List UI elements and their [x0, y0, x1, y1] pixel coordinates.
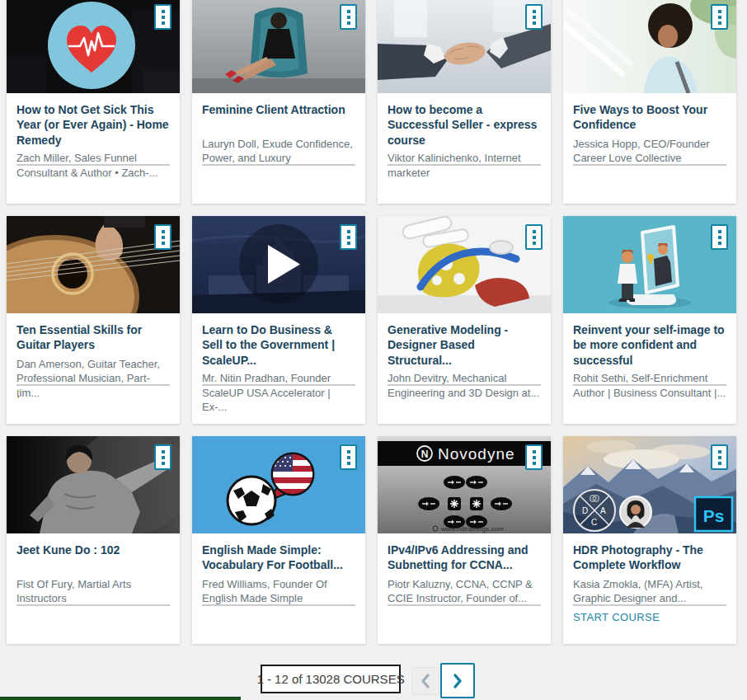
kebab-dot-icon — [162, 450, 165, 453]
photoshop-logo-icon: Ps — [695, 497, 732, 531]
kebab-menu-button[interactable] — [525, 224, 543, 250]
card-divider — [16, 604, 170, 606]
course-card[interactable]: Ten Essential Skills for Guitar Players … — [7, 216, 180, 424]
kebab-dot-icon — [347, 242, 350, 245]
chevron-right-icon — [452, 673, 463, 689]
course-thumbnail[interactable] — [378, 216, 551, 313]
kebab-dot-icon — [162, 242, 165, 245]
card-divider — [202, 164, 355, 166]
kebab-menu-button[interactable] — [340, 444, 357, 470]
course-title[interactable]: Ten Essential Skills for Guitar Players — [16, 322, 170, 354]
course-catalog-page: How to Not Get Sick This Year (or Ever A… — [0, 0, 747, 700]
kebab-menu-button[interactable] — [525, 4, 543, 30]
course-thumbnail[interactable] — [192, 0, 365, 93]
course-title[interactable]: Learn to Do Business & Sell to the Gover… — [202, 322, 355, 368]
course-title[interactable]: Reinvent your self-image to be more conf… — [573, 322, 726, 368]
course-card[interactable]: Jeet Kune Do : 102 Fist Of Fury, Martial… — [7, 436, 180, 644]
kebab-menu-button[interactable] — [525, 444, 543, 470]
svg-text:D: D — [582, 506, 588, 515]
kebab-dot-icon — [347, 462, 350, 465]
kebab-dot-icon — [162, 10, 165, 13]
course-card[interactable]: Reinvent your self-image to be more conf… — [563, 216, 736, 424]
course-title[interactable]: English Made Simple: Vocabulary For Foot… — [202, 543, 355, 574]
kebab-dot-icon — [162, 456, 165, 459]
pagination-bar: 1 - 12 of 13028 COURSES — [0, 660, 747, 700]
novodyne-logo-n: N — [421, 449, 429, 460]
instructor-avatar — [620, 496, 651, 528]
kebab-dot-icon — [347, 10, 350, 13]
kebab-dot-icon — [718, 21, 721, 25]
course-card[interactable]: Learn to Do Business & Sell to the Gover… — [192, 216, 365, 424]
course-thumbnail[interactable] — [563, 216, 736, 313]
course-instructor: Piotr Kaluzny, CCNA, CCNP & CCIE Instruc… — [388, 577, 541, 606]
kebab-dot-icon — [533, 462, 536, 465]
course-thumbnail[interactable] — [7, 436, 180, 533]
card-divider — [573, 384, 726, 386]
course-thumbnail[interactable]: D A C Ps — [563, 436, 736, 533]
svg-text:Ps: Ps — [703, 506, 725, 525]
course-grid: How to Not Get Sick This Year (or Ever A… — [7, 0, 736, 644]
kebab-dot-icon — [533, 21, 536, 25]
kebab-menu-button[interactable] — [340, 224, 357, 250]
course-instructor: Kasia Zmokla, (MFA) Artist, Graphic Desi… — [573, 577, 726, 606]
course-card[interactable]: How to Not Get Sick This Year (or Ever A… — [7, 0, 180, 204]
kebab-dot-icon — [533, 456, 536, 459]
course-card[interactable]: D A C Ps — [563, 436, 736, 644]
course-title[interactable]: Jeet Kune Do : 102 — [16, 543, 170, 574]
kebab-menu-button[interactable] — [154, 224, 171, 250]
novodyne-brand-text: Novodyne — [438, 445, 515, 463]
course-card[interactable]: English Made Simple: Vocabulary For Foot… — [192, 436, 365, 644]
course-card[interactable]: Five Ways to Boost Your Confidence Jessi… — [563, 0, 736, 204]
svg-text:A: A — [600, 506, 606, 515]
course-instructor: Mr. Nitin Pradhan, Founder ScaleUP USA A… — [202, 371, 355, 414]
kebab-dot-icon — [718, 450, 721, 453]
course-instructor: Dan Amerson, Guitar Teacher, Professiona… — [16, 357, 170, 400]
start-course-link[interactable]: START COURSE — [573, 611, 660, 623]
course-card[interactable]: N Novodyne www.ndtrainings.com IPv4/IPv6… — [378, 436, 551, 644]
kebab-dot-icon — [718, 230, 721, 233]
course-card[interactable]: Generative Modeling - Designer Based Str… — [378, 216, 551, 424]
course-title[interactable]: Five Ways to Boost Your Confidence — [573, 102, 726, 134]
card-divider — [202, 604, 355, 606]
course-card[interactable]: How to become a Successful Seller - expr… — [378, 0, 551, 204]
kebab-menu-button[interactable] — [154, 4, 171, 30]
next-page-button[interactable] — [440, 663, 475, 698]
pagination-range: 1 - 12 of 13028 COURSES — [261, 665, 401, 693]
kebab-dot-icon — [718, 242, 721, 245]
course-thumbnail[interactable] — [192, 216, 365, 313]
kebab-dot-icon — [533, 230, 536, 233]
course-thumbnail[interactable] — [7, 0, 180, 93]
kebab-dot-icon — [347, 21, 350, 25]
kebab-menu-button[interactable] — [340, 4, 357, 30]
kebab-menu-button[interactable] — [711, 444, 728, 470]
kebab-dot-icon — [162, 230, 165, 233]
kebab-dot-icon — [718, 10, 721, 13]
course-instructor: Jessica Hopp, CEO/Founder Career Love Co… — [573, 137, 726, 166]
card-divider — [16, 164, 170, 166]
course-thumbnail[interactable] — [192, 436, 365, 533]
course-card[interactable]: Feminine Client Attraction Lauryn Doll, … — [192, 0, 365, 204]
card-divider — [16, 384, 170, 386]
course-thumbnail[interactable] — [378, 0, 551, 93]
course-thumbnail[interactable]: N Novodyne www.ndtrainings.com — [378, 436, 551, 533]
course-title[interactable]: How to Not Get Sick This Year (or Ever A… — [16, 102, 170, 148]
novodyne-url-text: www.ndtrainings.com — [440, 525, 504, 533]
course-thumbnail[interactable] — [7, 216, 180, 313]
kebab-menu-button[interactable] — [154, 444, 171, 470]
course-title[interactable]: Feminine Client Attraction — [202, 102, 355, 134]
rating-artifact — [17, 391, 19, 399]
course-title[interactable]: Generative Modeling - Designer Based Str… — [388, 322, 541, 368]
kebab-dot-icon — [718, 456, 721, 459]
course-title[interactable]: How to become a Successful Seller - expr… — [388, 102, 541, 148]
course-thumbnail[interactable] — [563, 0, 736, 93]
prev-page-button[interactable] — [411, 667, 439, 695]
course-instructor: Fred Williams, Founder Of English Made S… — [202, 577, 355, 606]
course-title[interactable]: IPv4/IPv6 Addressing and Subnetting for … — [388, 543, 541, 574]
kebab-dot-icon — [533, 236, 536, 239]
kebab-menu-button[interactable] — [711, 224, 728, 250]
kebab-dot-icon — [347, 450, 350, 453]
course-title[interactable]: HDR Photography - The Complete Workflow — [573, 543, 726, 574]
kebab-menu-button[interactable] — [711, 4, 728, 30]
kebab-dot-icon — [533, 16, 536, 19]
svg-text:C: C — [591, 518, 597, 527]
